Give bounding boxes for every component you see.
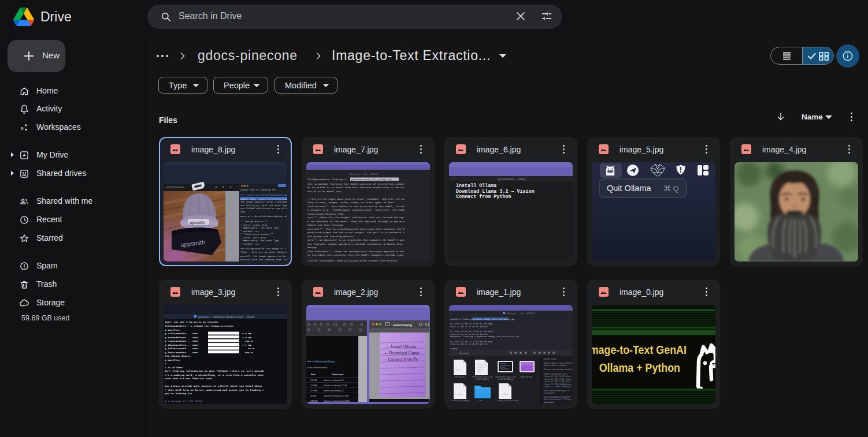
svg-text:ich guides the learning proces: ich guides the learning process. [307,235,355,238]
svg-text:32 B: 32 B [248,347,254,350]
svg-text:run llama3.2: run llama3.2 [544,392,554,394]
svg-text:| Llama 3.2 | 1B | 1.3GB | oll: | Llama 3.2 | 1B | 1.3GB | ollama [544,378,572,380]
svg-text:architecture**: This refers to: architecture**: This refers to the struc… [307,205,405,208]
svg-text:an be downloaded:: an be downloaded: [307,366,327,369]
svg-text:answer you're looking for.: answer you're looking for. [240,189,277,191]
svg-text:nimize the loss function.: nimize the loss function. [307,223,344,226]
svg-text:PYTHON: PYTHON [500,393,507,395]
svg-text:g 0b4284c1f870... 100%: g 0b4284c1f870... 100% [165,343,198,346]
svg-text:nts of an ML model are:: nts of an ML model are: [307,190,342,193]
svg-text:40GB: 40GB [310,394,317,397]
svg-text:* Color: Dark gray: * Color: Dark gray [240,237,266,239]
svg-text:floor. There are no other obje: floor. There are no other objects [240,251,287,253]
svg-text:TXT: TXT [477,371,482,373]
svg-text:psmith beanie...: psmith beanie... [166,185,186,189]
svg-text:▤ notecard.txt — edited: ▤ notecard.txt — edited [498,178,526,181]
svg-text:* Color: Light gray: * Color: Light gray [240,224,268,226]
svg-text:6.0 GB: 6.0 GB [242,332,251,335]
svg-text:are folded and placed on top o: are folded and placed on top of ea [240,207,287,210]
svg-text:2.0GB: 2.0GB [310,379,317,382]
svg-text:231GB: 231GB [310,399,318,402]
svg-text:g 715415638c9c... 100%: g 715415638c9c... 100% [165,339,198,342]
svg-text:| Llama 3.1 | 8B | 4.7GB | oll: | Llama 3.1 | 8B | 4.7GB | ollama [544,380,572,383]
svg-text:form of text, images, audio, v: form of text, images, audio, video, or o… [307,201,395,204]
svg-text:er to enable it to learn from: er to enable it to learn from data and m… [307,186,405,189]
svg-text:send_text_prompt.py: send_text_prompt.py [451,399,470,402]
svg-text:python3 send_text_prompt.py: python3 send_text_prompt.py [351,178,392,181]
svg-text:top.: top. [240,211,246,213]
svg-text:PYTHON: PYTHON [455,393,462,395]
svg-text:2024-11-07 at 5.18.21 AM.txt: 2024-11-07 at 5.18.21 AM.txt [450,333,488,335]
svg-text:oss function. Common optimizer: oss function. Common optimizers include … [307,242,403,245]
svg-text:* Folded: Yes: * Folded: Yes [240,243,259,245]
svg-text:ollama run llama3.2: ollama run llama3.2 [324,379,344,382]
svg-text:ture that I'm not familiar wit: ture that I'm not familiar with. [165,377,213,380]
svg-text:ters**: These are the weights: ters**: These are the weights and biases… [307,216,403,219]
svg-text:Plain Text Document - 775 byte: Plain Text Document - 775 bytes [544,398,572,401]
svg-text:to introduce non-linearity int: to introduce non-linearity into the mode… [307,253,403,256]
svg-text:Here are some example models t: Here are some example models that c [544,368,573,371]
svg-text:lux@MacBookPro ~ % ollama run: lux@MacBookPro ~ % ollama run llama3.2-v… [165,324,233,327]
svg-text:g f0d313062b07... 100%: g f0d313062b07... 100% [165,351,198,354]
svg-text:: This is the input data used: : This is the input data used to train, … [307,197,405,200]
svg-text:ogin: Sat Nov 9 06:43:33 on t: ogin: Sat Nov 9 06:43:33 on ttys000 [165,320,218,323]
svg-text:Download: Download [332,373,343,376]
svg-text:Quit Ollama: Quit Ollama [607,184,651,193]
svg-text:g manifest: g manifest [165,328,180,331]
svg-text:— Download Llama: — Download Llama [383,350,420,356]
svg-text:zsh500: history: zsh500: history [544,358,557,360]
svg-text:? This will help me better und: ? This will help me better understand an… [165,389,264,391]
svg-text:ollama run llama3.1:70b: ollama run llama3.1:70b [324,394,348,397]
svg-text:| Llama 3.1 | 70B | 40GB | oll: | Llama 3.1 | 70B | 40GB | ollama [544,383,572,386]
svg-text:unctions**: This is a mathemat: unctions**: This is a mathematical expre… [307,227,405,230]
svg-text:Screenshot 2024-11-09 at 8.06: Screenshot 2024-11-09 at 8.06 [544,396,570,398]
svg-text:Connect from Python: Connect from Python [456,194,511,200]
svg-text:Information: Information [544,401,554,404]
svg-text:oBookPro llama-py % python3 im: oBookPro llama-py % python3 image_text_e… [450,335,520,338]
svg-text:to run and chat with Llama 3.2: to run and chat with Llama 3.2: [544,390,570,392]
svg-text:at 5.46.31 AM.png: at 5.46.31 AM.png [498,378,514,380]
svg-text:beanies with the company name: beanies with the company name "ap [240,259,287,261]
svg-text:t's a made-up word, a misspell: t's a made-up word, a misspelling, or a … [165,373,264,376]
svg-text:Added image '/Users/greenflux/: Added image '/Users/greenflux/Down [240,198,287,200]
svg-text:connections between them.: connections between them. [307,212,344,215]
svg-text:d a message (/? for help): d a message (/? for help) [165,399,203,402]
svg-text:* **Dark Gray Beanie:**: * **Dark Gray Beanie:** [240,233,273,236]
svg-text:env: env [479,399,483,402]
svg-text:Overall, the image appears to: Overall, the image appears to be [240,255,286,257]
svg-text:llama-py: llama-py [459,352,469,354]
svg-text:greenflux — ollama run llama3.: greenflux — ollama run llama3.2-vision —… [198,316,255,319]
svg-text:* Folded: Yes: * Folded: Yes [240,230,259,233]
svg-text:tion functions**: These are ma: tion functions**: These are mathematical… [307,250,405,253]
svg-text:4.7GB: 4.7GB [310,389,317,392]
svg-text:MSProp.: MSProp. [307,246,318,249]
svg-text:The image appears to be a phot: The image appears to be a photogra [240,201,287,203]
svg-text:1.3GB: 1.3GB [310,384,317,387]
svg-text:>>> /Users/greenflux/Downloads: >>> /Users/greenflux/Downloads/App [240,194,287,196]
svg-text:notecard.txt: notecard.txt [455,376,465,378]
svg-text:* **Beige Beanie:**: * **Beige Beanie:** [240,221,268,223]
svg-text:g 11f274007f09... 100%: g 11f274007f09... 100% [165,332,198,335]
svg-text:llama-py — -zsh — 80x24: llama-py — -zsh — 80x24 [350,173,378,175]
svg-text:1.9 GB: 1.9 GB [242,336,251,339]
svg-text:Install Ollama: Install Ollama [456,183,496,189]
svg-text:notecard.png: notecard.png [393,323,412,327]
svg-text:Screenshot 2024-11-06: Screenshot 2024-11-06 [495,376,515,378]
svg-text:| Llama 3.2 | 3B | 2.0GB | oll: | Llama 3.2 | 3B | 2.0GB | ollama [544,375,572,378]
svg-text:Ollama + Python: Ollama + Python [599,361,680,375]
svg-text:Here is a detailed description: Here is a detailed description of [240,215,287,218]
svg-text:⌘ Q: ⌘ Q [663,184,679,193]
svg-text:* Embroidery: The word "app: * Embroidery: The word "app [240,240,279,242]
svg-text:able-on: able-on [307,360,316,363]
svg-text:Ollama supports a list of mode: Ollama supports a list of models av [544,362,573,364]
svg-text:you're looking for.: you're looking for. [165,392,194,395]
svg-text:ot 2024-11-07 at 5.35.21 AM.pn: ot 2024-11-07 at 5.35.21 AM.png... [450,330,496,333]
svg-text:* Embroidery: The word "aps: * Embroidery: The word "aps [240,227,279,229]
svg-text:zers**: An optimizer is an alg: zers**: An optimizer is an algorithm tha… [307,238,405,241]
svg-text:ollama run llama3.1:405b: ollama run llama3.1:405b [324,399,350,402]
svg-text:mage-to-Text GenAI: mage-to-Text GenAI [592,343,687,357]
svg-text:image_text_extractor.py: image_text_extractor.py [498,399,518,402]
svg-text:Screenshot 2024-11-06: Screenshot 2024-11-06 [472,376,492,378]
svg-text:TXT: TXT [456,369,461,371]
svg-text:ing sha256 digest: ing sha256 digest [165,354,191,357]
